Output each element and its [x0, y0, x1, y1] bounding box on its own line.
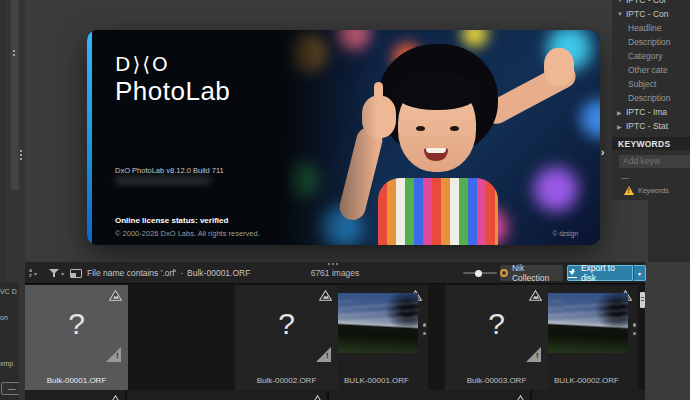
cell-separator — [125, 390, 127, 400]
photolab-wordmark: PhotoLab — [115, 76, 230, 107]
version-text: DxO PhotoLab v8.12.0 Build 711 — [115, 166, 224, 175]
image-badge-icon — [311, 392, 324, 400]
current-file-name: Bulk-00001.ORF — [187, 268, 250, 278]
processing-warning-icon: ! — [526, 347, 541, 362]
cutoff-button[interactable]: — — [1, 382, 19, 395]
cell-separator — [327, 390, 329, 400]
iptc-field-row[interactable]: Description — [612, 91, 690, 105]
row-label: Subject — [628, 79, 656, 89]
panel-resize-grip-icon[interactable] — [328, 263, 338, 265]
iptc-field-row[interactable]: Description — [612, 35, 690, 49]
panel-collapse-icon[interactable]: › — [601, 147, 604, 158]
thumbnail-cell[interactable]: ? ! Bulk-00002.ORF — [235, 285, 338, 390]
warning-label: Keywords — [638, 187, 669, 194]
image-badge-icon — [514, 392, 527, 400]
export-to-disk-button[interactable]: Export to disk — [567, 265, 633, 281]
keywords-section-header: KEYWORDS — [612, 137, 690, 150]
iptc-field-row[interactable]: Subject — [612, 77, 690, 91]
photo-thumbnail — [544, 293, 628, 353]
thumbnail-filename: Bulk-00002.ORF — [235, 376, 338, 385]
export-label: Export to disk — [581, 263, 632, 283]
metadata-panel: ▼IPTC - Cor▼IPTC - ConHeadlineDescriptio… — [612, 0, 690, 200]
iptc-section-header[interactable]: ▼IPTC - Con — [612, 7, 690, 21]
processing-warning-icon: ! — [106, 347, 121, 362]
row-label: Description — [628, 93, 671, 103]
chevron-down-icon[interactable]: ▼ — [617, 0, 626, 3]
slider-knob[interactable] — [475, 270, 482, 277]
processing-warning-icon: ! — [316, 347, 331, 362]
sort-icon: az — [29, 268, 32, 278]
photo-credit: © dzsign — [553, 230, 578, 237]
splash-photo: © dzsign — [282, 30, 600, 245]
photo-left-fade — [282, 30, 600, 245]
keywords-warning-row: Keywords — [624, 186, 690, 195]
thumbnail-cell[interactable]: BULK-00001.ORF — [325, 285, 428, 390]
filmstrip: az ▾ ▾ File name contains '.orf' · Bulk-… — [25, 262, 645, 400]
export-icon — [568, 269, 577, 278]
status-dots[interactable] — [633, 323, 637, 335]
row-label: Other cate — [628, 65, 668, 75]
row-label: IPTC - Con — [626, 9, 669, 19]
next-thumbnail-row — [25, 390, 645, 400]
panel-grip-icon[interactable] — [13, 50, 15, 56]
image-badge-icon — [319, 287, 332, 305]
chevron-right-icon[interactable]: ▶ — [617, 109, 626, 116]
missing-preview-placeholder: ? — [445, 307, 548, 341]
image-badge-icon — [109, 392, 122, 400]
chevron-right-icon[interactable]: ▶ — [617, 123, 626, 130]
separator-dot: · — [180, 268, 183, 278]
thumbnail-filename: BULK-00002.ORF — [535, 376, 638, 385]
thumbnail-filename: Bulk-00003.ORF — [445, 376, 548, 385]
iptc-field-row[interactable]: Category — [612, 49, 690, 63]
iptc-section-header[interactable]: ▶IPTC - Stat — [612, 119, 690, 133]
filter-button[interactable]: ▾ — [49, 262, 64, 284]
right-panel-rows: ▼IPTC - Cor▼IPTC - ConHeadlineDescriptio… — [612, 0, 690, 133]
app-window: VC D on xmp — © dzsign D⟩⟨O PhotoLab — [0, 0, 690, 400]
cutoff-label: xmp — [0, 360, 13, 367]
thumbnail-cell[interactable]: ? ! Bulk-00003.ORF — [445, 285, 548, 390]
iptc-section-header[interactable]: ▼IPTC - Cor — [612, 0, 690, 7]
chevron-down-icon[interactable]: ▼ — [617, 11, 626, 17]
nik-collection-label: Nik Collection — [512, 263, 563, 283]
add-keyword-input[interactable] — [619, 155, 690, 168]
filmstrip-toolbar: az ▾ ▾ File name contains '.orf' · Bulk-… — [25, 262, 645, 284]
panel-grip-icon[interactable] — [20, 150, 22, 160]
chevron-down-icon: ▾ — [61, 270, 64, 277]
redacted-license-line — [115, 176, 211, 185]
thumbnail-cell[interactable]: ? ! Bulk-00001.ORF — [25, 285, 128, 390]
export-options-dropdown[interactable]: ▾ — [633, 265, 646, 281]
left-panel-fragment: VC D on xmp — — [0, 282, 19, 400]
cell-separator — [530, 390, 532, 400]
cutoff-label: on — [0, 314, 8, 321]
missing-preview-placeholder: ? — [25, 307, 128, 341]
warning-icon — [624, 186, 634, 195]
thumbnail-strip: ? ! Bulk-00001.ORF BULK-00001.ORF ? ! Bu… — [25, 285, 645, 390]
thumbnail-filename: Bulk-00001.ORF — [25, 376, 128, 385]
chevron-down-icon: ▾ — [34, 270, 37, 277]
active-filter-text[interactable]: File name contains '.orf' · Bulk-00001.O… — [87, 262, 250, 284]
iptc-section-header[interactable]: ▶IPTC - Ima — [612, 105, 690, 119]
left-rail-scrollbar[interactable] — [11, 0, 19, 190]
status-dots[interactable] — [423, 323, 427, 335]
thumbnail-size-slider[interactable] — [463, 272, 497, 274]
image-badge-icon — [109, 287, 122, 305]
sort-button[interactable]: az ▾ — [29, 262, 37, 284]
thumbnail-cell[interactable]: BULK-00002.ORF — [535, 285, 638, 390]
filmstrip-scrollbar[interactable] — [640, 292, 645, 308]
keywords-empty-dash: — — [621, 173, 690, 182]
display-mode-button[interactable] — [70, 262, 82, 284]
metadata-panel-extension — [648, 200, 690, 262]
photo-thumbnail — [334, 293, 418, 353]
cutoff-label: VC D — [0, 288, 17, 295]
iptc-field-row[interactable]: Headline — [612, 21, 690, 35]
thumbnail-filename: BULK-00001.ORF — [325, 376, 428, 385]
row-label: Description — [628, 37, 671, 47]
nik-collection-button[interactable]: Nik Collection — [500, 265, 563, 281]
iptc-field-row[interactable]: Other cate — [612, 63, 690, 77]
nik-collection-icon — [500, 269, 508, 277]
row-label: IPTC - Cor — [626, 0, 667, 5]
monitor-icon — [70, 269, 82, 278]
dxo-logo: D⟩⟨O — [115, 52, 170, 76]
filter-description: File name contains '.orf' — [87, 268, 176, 278]
missing-preview-placeholder: ? — [235, 307, 338, 341]
